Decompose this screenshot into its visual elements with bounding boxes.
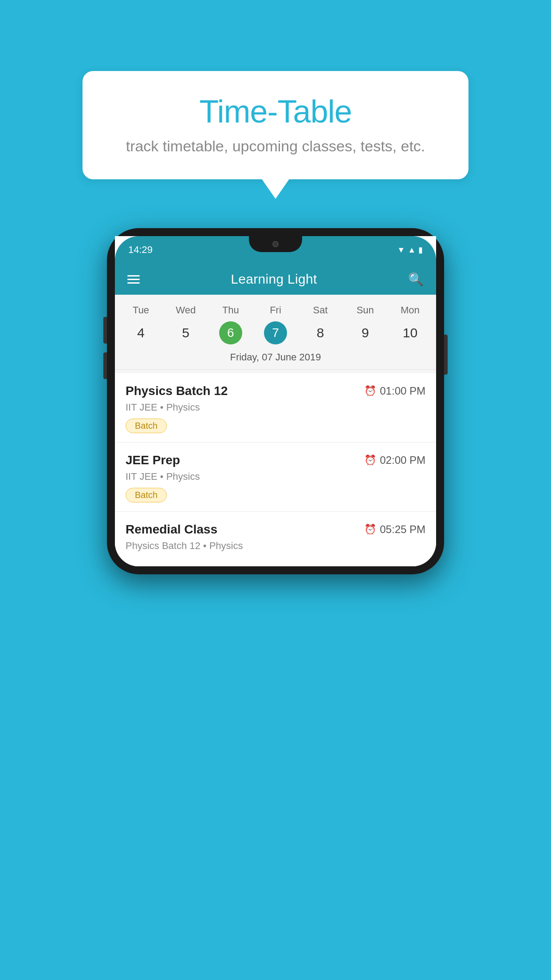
status-time: 14:29 bbox=[128, 244, 153, 256]
signal-icon: ▲ bbox=[408, 245, 416, 255]
wifi-icon: ▼ bbox=[397, 245, 405, 255]
class-name-3: Remedial Class bbox=[126, 522, 217, 537]
day-6-today[interactable]: 6 bbox=[219, 321, 242, 344]
bubble-subtitle: track timetable, upcoming classes, tests… bbox=[109, 138, 442, 155]
batch-tag-1: Batch bbox=[126, 419, 167, 433]
class-list: Physics Batch 12 ⏰ 01:00 PM IIT JEE • Ph… bbox=[115, 373, 436, 566]
clock-icon-1: ⏰ bbox=[364, 385, 376, 397]
speech-bubble: Time-Table track timetable, upcoming cla… bbox=[83, 71, 468, 179]
day-8[interactable]: 8 bbox=[298, 322, 343, 344]
battery-icon: ▮ bbox=[418, 245, 423, 255]
day-header-mon: Mon bbox=[388, 303, 433, 318]
day-header-wed: Wed bbox=[163, 303, 208, 318]
class-time-2: ⏰ 02:00 PM bbox=[364, 454, 425, 466]
day-header-sun: Sun bbox=[343, 303, 388, 318]
day-header-thu: Thu bbox=[208, 303, 253, 318]
class-time-value-2: 02:00 PM bbox=[380, 454, 425, 466]
day-10[interactable]: 10 bbox=[388, 322, 433, 344]
app-header: Learning Light 🔍 bbox=[115, 264, 436, 295]
phone-notch bbox=[249, 236, 302, 252]
clock-icon-2: ⏰ bbox=[364, 454, 376, 466]
class-meta-2: IIT JEE • Physics bbox=[126, 471, 425, 482]
class-item-header-1: Physics Batch 12 ⏰ 01:00 PM bbox=[126, 384, 425, 398]
volume-up-button bbox=[103, 317, 107, 344]
phone-frame: 14:29 ▼ ▲ ▮ Learning Light 🔍 bbox=[107, 228, 444, 574]
clock-icon-3: ⏰ bbox=[364, 524, 376, 535]
class-time-value-1: 01:00 PM bbox=[380, 385, 425, 397]
class-item-remedial[interactable]: Remedial Class ⏰ 05:25 PM Physics Batch … bbox=[115, 512, 436, 566]
day-header-tue: Tue bbox=[118, 303, 163, 318]
search-button[interactable]: 🔍 bbox=[408, 272, 424, 287]
phone-screen: 14:29 ▼ ▲ ▮ Learning Light 🔍 bbox=[115, 236, 436, 566]
day-5[interactable]: 5 bbox=[163, 322, 208, 344]
front-camera bbox=[272, 241, 279, 247]
class-item-jee-prep[interactable]: JEE Prep ⏰ 02:00 PM IIT JEE • Physics Ba… bbox=[115, 443, 436, 512]
day-header-fri: Fri bbox=[253, 303, 298, 318]
bubble-title: Time-Table bbox=[109, 93, 442, 130]
app-title: Learning Light bbox=[231, 272, 317, 287]
day-headers: Tue Wed Thu Fri Sat Sun Mon bbox=[115, 303, 436, 318]
class-item-header-2: JEE Prep ⏰ 02:00 PM bbox=[126, 453, 425, 467]
batch-tag-2: Batch bbox=[126, 488, 167, 502]
class-time-3: ⏰ 05:25 PM bbox=[364, 523, 425, 536]
class-meta-3: Physics Batch 12 • Physics bbox=[126, 540, 425, 552]
class-item-physics-batch-12[interactable]: Physics Batch 12 ⏰ 01:00 PM IIT JEE • Ph… bbox=[115, 373, 436, 443]
day-4[interactable]: 4 bbox=[118, 322, 163, 344]
power-button bbox=[444, 335, 448, 375]
phone-mockup: 14:29 ▼ ▲ ▮ Learning Light 🔍 bbox=[107, 228, 444, 574]
day-9[interactable]: 9 bbox=[343, 322, 388, 344]
day-header-sat: Sat bbox=[298, 303, 343, 318]
class-name-1: Physics Batch 12 bbox=[126, 384, 228, 398]
class-time-value-3: 05:25 PM bbox=[380, 523, 425, 536]
status-bar: 14:29 ▼ ▲ ▮ bbox=[115, 236, 436, 264]
class-name-2: JEE Prep bbox=[126, 453, 180, 467]
day-numbers: 4 5 6 7 8 9 10 bbox=[115, 318, 436, 350]
class-item-header-3: Remedial Class ⏰ 05:25 PM bbox=[126, 522, 425, 537]
day-7-selected[interactable]: 7 bbox=[264, 321, 287, 344]
calendar-strip: Tue Wed Thu Fri Sat Sun Mon 4 5 6 7 8 9 … bbox=[115, 295, 436, 373]
selected-date-label: Friday, 07 June 2019 bbox=[115, 350, 436, 370]
volume-down-button bbox=[103, 352, 107, 379]
class-time-1: ⏰ 01:00 PM bbox=[364, 385, 425, 397]
status-icons: ▼ ▲ ▮ bbox=[397, 245, 423, 255]
menu-button[interactable] bbox=[127, 275, 140, 284]
class-meta-1: IIT JEE • Physics bbox=[126, 402, 425, 413]
